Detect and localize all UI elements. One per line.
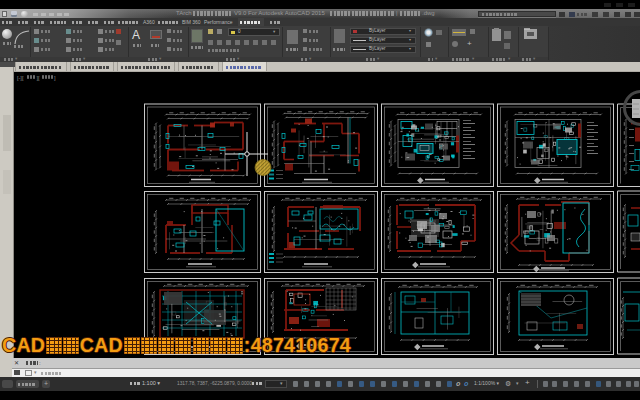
svg-text:]: ] xyxy=(54,75,56,81)
svg-text:][: ][ xyxy=(37,75,41,81)
svg-text:[-][: [-][ xyxy=(17,75,24,81)
